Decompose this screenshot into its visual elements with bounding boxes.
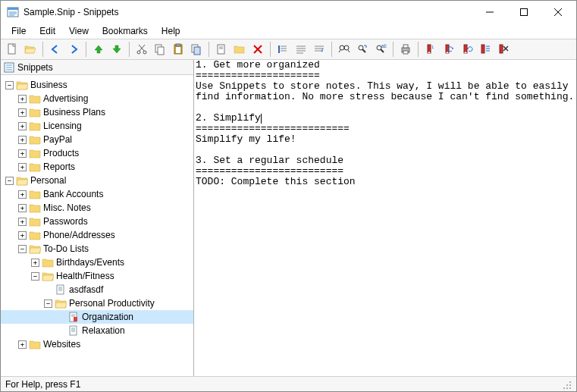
expand-toggle[interactable]: +	[18, 218, 27, 226]
bookmark1-button[interactable]: 1	[422, 41, 439, 58]
expand-toggle[interactable]: +	[18, 190, 27, 199]
tree-label: Bank Accounts	[43, 189, 103, 199]
status-text: For Help, press F1	[5, 379, 80, 390]
collapse-toggle[interactable]: −	[18, 245, 27, 253]
tree-products[interactable]: +Products	[1, 146, 193, 160]
cut-button[interactable]	[133, 41, 150, 58]
expand-toggle[interactable]: +	[31, 259, 39, 267]
tree-todo[interactable]: −To-Do Lists	[1, 242, 193, 256]
maximize-button[interactable]	[506, 2, 541, 24]
tree-organization[interactable]: Organization	[1, 310, 193, 324]
find-button[interactable]	[336, 41, 353, 58]
window-title: Sample.Snip - Snippets	[24, 7, 472, 17]
svg-point-37	[340, 45, 344, 50]
paste-button[interactable]	[170, 41, 187, 58]
collapse-toggle[interactable]: −	[5, 177, 14, 185]
tree-label: Personal Productivity	[69, 298, 155, 309]
svg-text:1: 1	[431, 45, 434, 49]
tree-panel: Snippets −Business+Advertising+Business …	[1, 60, 194, 376]
tree-passwords[interactable]: +Passwords	[1, 215, 193, 228]
replace-button[interactable]: ab	[372, 41, 389, 58]
tree-business[interactable]: −Business	[1, 78, 193, 92]
svg-rect-54	[481, 45, 484, 53]
tree-personal-productivity[interactable]: −Personal Productivity	[1, 296, 193, 310]
expand-toggle[interactable]: +	[18, 149, 27, 158]
menu-bookmarks[interactable]: Bookmarks	[96, 24, 154, 38]
svg-line-40	[339, 50, 340, 52]
tree-licensing[interactable]: +Licensing	[1, 119, 193, 133]
collapse-toggle[interactable]: −	[44, 299, 52, 308]
editor-text[interactable]: 1. Get more organized ==================…	[194, 60, 576, 376]
resize-grip-icon[interactable]	[561, 379, 572, 390]
svg-rect-72	[74, 317, 77, 321]
tree-health[interactable]: −Health/Fitness	[1, 269, 193, 283]
tree-label: Reports	[43, 162, 75, 172]
expand-toggle[interactable]: +	[18, 163, 27, 171]
tree-label: Passwords	[43, 216, 88, 227]
print-button[interactable]	[397, 41, 414, 58]
find-next-button[interactable]	[354, 41, 371, 58]
copy-button[interactable]	[152, 41, 168, 58]
expand-toggle[interactable]: +	[18, 231, 27, 240]
menu-edit[interactable]: Edit	[33, 24, 61, 38]
close-button[interactable]	[541, 2, 575, 24]
tree-advertising[interactable]: +Advertising	[1, 92, 193, 105]
svg-point-78	[569, 384, 571, 386]
menubar: File Edit View Bookmarks Help	[1, 24, 576, 39]
svg-point-77	[569, 381, 571, 383]
new-folder-button[interactable]	[231, 41, 248, 58]
expand-toggle[interactable]: +	[18, 136, 27, 144]
bookmark-clear-button[interactable]	[495, 41, 512, 58]
tree-label: Licensing	[43, 121, 82, 131]
new-button[interactable]	[4, 41, 20, 58]
expand-toggle[interactable]: +	[18, 122, 27, 130]
new-note-button[interactable]	[213, 41, 230, 58]
delete-button[interactable]	[249, 41, 266, 58]
bookmark-prev-button[interactable]	[441, 41, 457, 58]
menu-help[interactable]: Help	[155, 24, 187, 38]
collapse-toggle[interactable]: −	[5, 81, 14, 89]
minimize-button[interactable]	[472, 2, 506, 24]
svg-line-43	[362, 49, 365, 52]
app-icon	[7, 6, 19, 18]
expand-toggle[interactable]: +	[18, 108, 27, 117]
svg-rect-18	[176, 47, 180, 53]
svg-line-41	[348, 50, 350, 52]
tree-phone[interactable]: +Phone/Addresses	[1, 228, 193, 242]
tree-reports[interactable]: +Reports	[1, 160, 193, 174]
word-wrap-button[interactable]	[311, 41, 328, 58]
expand-toggle[interactable]: +	[18, 340, 27, 349]
list-icon	[4, 62, 14, 73]
up-button[interactable]	[90, 41, 107, 58]
expand-toggle[interactable]: +	[18, 95, 27, 103]
open-button[interactable]	[22, 41, 39, 58]
menu-view[interactable]: View	[63, 24, 95, 38]
statusbar: For Help, press F1	[1, 376, 576, 391]
forward-button[interactable]	[65, 41, 82, 58]
back-button[interactable]	[47, 41, 64, 58]
tree-label: Business	[30, 80, 67, 90]
tree-business-plans[interactable]: +Business Plans	[1, 105, 193, 119]
down-button[interactable]	[108, 41, 125, 58]
tree-birthdays[interactable]: +Birthdays/Events	[1, 256, 193, 269]
expand-toggle[interactable]: +	[18, 204, 27, 212]
collapse-toggle[interactable]: −	[31, 272, 39, 281]
editor[interactable]: 1. Get more organized ==================…	[194, 60, 576, 376]
tree-body[interactable]: −Business+Advertising+Business Plans+Lic…	[1, 75, 193, 376]
tree-bank[interactable]: +Bank Accounts	[1, 187, 193, 201]
bookmark-list-button[interactable]	[477, 41, 494, 58]
copy-all-button[interactable]	[188, 41, 205, 58]
tree-label: Relaxation	[82, 325, 125, 336]
tree-personal[interactable]: −Personal	[1, 174, 193, 187]
tree-asdf[interactable]: asdfasdf	[1, 283, 193, 296]
svg-rect-15	[158, 47, 164, 55]
tree-label: Personal	[30, 175, 66, 186]
tree-relaxation[interactable]: Relaxation	[1, 324, 193, 337]
tree-paypal[interactable]: +PayPal	[1, 133, 193, 146]
bookmark-next-button[interactable]	[459, 41, 475, 58]
tree-websites[interactable]: +Websites	[1, 337, 193, 351]
line-items-button[interactable]	[274, 41, 291, 58]
insert-date-button[interactable]	[293, 41, 309, 58]
menu-file[interactable]: File	[5, 24, 32, 38]
tree-misc[interactable]: +Misc. Notes	[1, 201, 193, 215]
